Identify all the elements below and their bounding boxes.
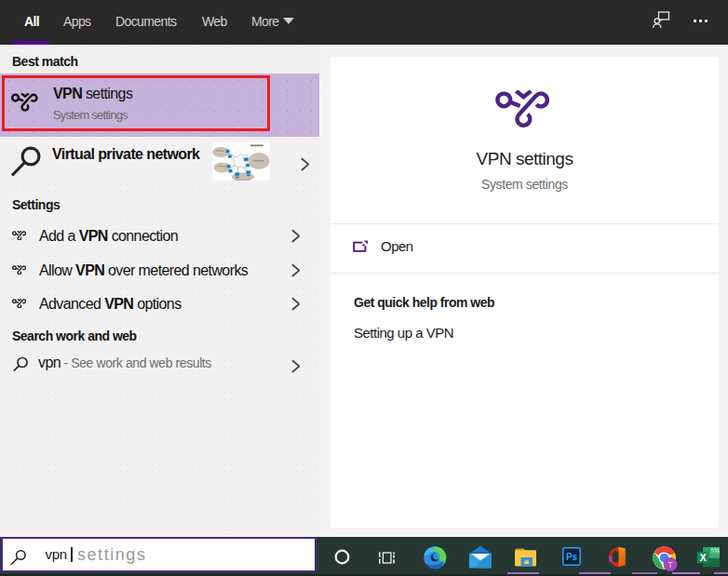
svg-text:X: X	[700, 552, 707, 563]
svg-text:Ps: Ps	[566, 552, 578, 562]
svg-text:T: T	[667, 560, 672, 569]
